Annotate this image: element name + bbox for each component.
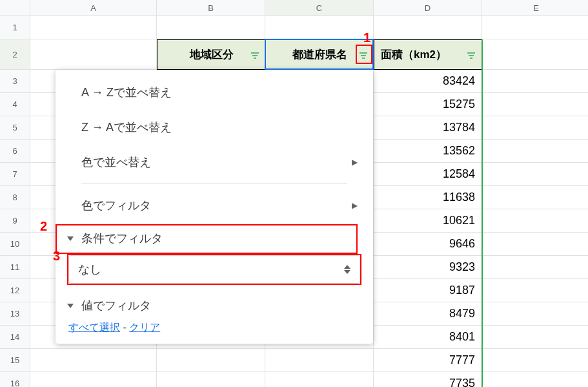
filter-range-edge	[482, 39, 483, 387]
row-header-9[interactable]: 9	[0, 209, 30, 233]
cell[interactable]	[482, 372, 588, 387]
cell[interactable]	[482, 302, 588, 326]
cell[interactable]	[30, 349, 157, 372]
col-header-A[interactable]: A	[30, 0, 157, 16]
cell-area-value[interactable]: 15275	[374, 93, 482, 116]
menu-filter-condition[interactable]: 条件でフィルタ	[56, 223, 373, 254]
condition-select[interactable]: なし	[68, 255, 360, 284]
cell[interactable]	[482, 163, 588, 186]
header-prefecture[interactable]: 都道府県名	[265, 39, 374, 70]
menu-sort-color-label: 色で並べ替え	[81, 154, 151, 170]
menu-sort-za-label: Z → Aで並べ替え	[81, 120, 172, 135]
header-region[interactable]: 地域区分	[157, 39, 265, 70]
row-header-13[interactable]: 13	[0, 302, 30, 326]
filter-icon-region[interactable]	[248, 49, 261, 62]
cell[interactable]	[482, 16, 588, 39]
row-header-15[interactable]: 15	[0, 349, 30, 372]
cell[interactable]	[30, 39, 157, 70]
cell[interactable]	[482, 70, 588, 93]
row-header-11[interactable]: 11	[0, 256, 30, 279]
cell[interactable]	[157, 372, 265, 387]
condition-select-value: なし	[78, 262, 101, 277]
header-region-label: 地域区分	[190, 47, 234, 62]
cell[interactable]	[482, 186, 588, 209]
filter-icon-area[interactable]	[465, 49, 478, 62]
col-header-B[interactable]: B	[157, 0, 265, 16]
menu-filter-color[interactable]: 色でフィルタ▶	[56, 188, 373, 223]
cell-area-value[interactable]: 13562	[374, 140, 482, 163]
cell[interactable]	[482, 326, 588, 349]
cell-area-value[interactable]: 7777	[374, 349, 482, 372]
cell[interactable]	[482, 256, 588, 279]
menu-sort-az-label: A → Zで並べ替え	[81, 85, 172, 100]
col-header-D[interactable]: D	[374, 0, 482, 16]
cell[interactable]	[265, 16, 374, 39]
row-header-3[interactable]: 3	[0, 70, 30, 93]
row-header-12[interactable]: 12	[0, 279, 30, 302]
cell-area-value[interactable]: 12584	[374, 163, 482, 186]
menu-filter-condition-label: 条件でフィルタ	[81, 231, 163, 246]
cell-area-value[interactable]: 10621	[374, 209, 482, 233]
filter-menu: A → Zで並べ替え Z → Aで並べ替え 色で並べ替え▶ 色でフィルタ▶ 条件…	[56, 70, 373, 344]
chevron-right-icon: ▶	[352, 158, 358, 167]
cell-area-value[interactable]: 9323	[374, 256, 482, 279]
cell[interactable]	[482, 116, 588, 140]
row-header-5[interactable]: 5	[0, 116, 30, 140]
row-header-14[interactable]: 14	[0, 326, 30, 349]
cell[interactable]	[482, 349, 588, 372]
row-header-7[interactable]: 7	[0, 163, 30, 186]
clear-link[interactable]: クリア	[129, 322, 160, 333]
row-header-4[interactable]: 4	[0, 93, 30, 116]
cell-area-value[interactable]: 8401	[374, 326, 482, 349]
row-header-6[interactable]: 6	[0, 140, 30, 163]
row-header-10[interactable]: 10	[0, 233, 30, 256]
menu-separator	[81, 183, 347, 184]
menu-filter-color-label: 色でフィルタ	[81, 198, 151, 213]
header-area[interactable]: 面積（km2）	[374, 39, 482, 70]
stepper-icon	[344, 265, 350, 274]
cell[interactable]	[482, 233, 588, 256]
menu-sort-za[interactable]: Z → Aで並べ替え	[56, 110, 373, 145]
row-header-2[interactable]: 2	[0, 39, 30, 70]
chevron-right-icon: ▶	[352, 201, 358, 210]
cell[interactable]	[482, 209, 588, 233]
menu-sort-az[interactable]: A → Zで並べ替え	[56, 75, 373, 110]
col-header-E[interactable]: E	[482, 0, 588, 16]
select-all-link[interactable]: すべて選択	[68, 322, 120, 333]
cell[interactable]	[482, 140, 588, 163]
corner	[0, 0, 30, 16]
header-area-label: 面積（km2）	[381, 47, 447, 62]
cell-area-value[interactable]: 9187	[374, 279, 482, 302]
menu-sort-color[interactable]: 色で並べ替え▶	[56, 145, 373, 180]
filter-value-links: すべて選択 - クリア	[56, 321, 373, 335]
cell-area-value[interactable]: 11638	[374, 186, 482, 209]
caret-down-icon	[67, 304, 74, 308]
row-header-16[interactable]: 16	[0, 372, 30, 387]
cell-area-value[interactable]: 13784	[374, 116, 482, 140]
cell[interactable]	[265, 349, 374, 372]
cell[interactable]	[482, 39, 588, 70]
cell[interactable]	[157, 349, 265, 372]
menu-filter-value[interactable]: 値でフィルタ	[56, 290, 373, 321]
header-prefecture-label: 都道府県名	[292, 47, 347, 62]
cell-area-value[interactable]: 8479	[374, 302, 482, 326]
cell[interactable]	[482, 279, 588, 302]
cell[interactable]	[482, 93, 588, 116]
menu-filter-value-label: 値でフィルタ	[81, 298, 151, 313]
filter-icon-prefecture[interactable]	[357, 49, 370, 62]
cell-area-value[interactable]: 83424	[374, 70, 482, 93]
cell-area-value[interactable]: 7735	[374, 372, 482, 387]
col-header-C[interactable]: C	[265, 0, 374, 16]
cell[interactable]	[30, 16, 157, 39]
cell-area-value[interactable]: 9646	[374, 233, 482, 256]
row-header-8[interactable]: 8	[0, 186, 30, 209]
cell[interactable]	[157, 16, 265, 39]
row-header-1[interactable]: 1	[0, 16, 30, 39]
cell[interactable]	[30, 372, 157, 387]
cell[interactable]	[374, 16, 482, 39]
caret-down-icon	[67, 236, 74, 241]
cell[interactable]	[265, 372, 374, 387]
